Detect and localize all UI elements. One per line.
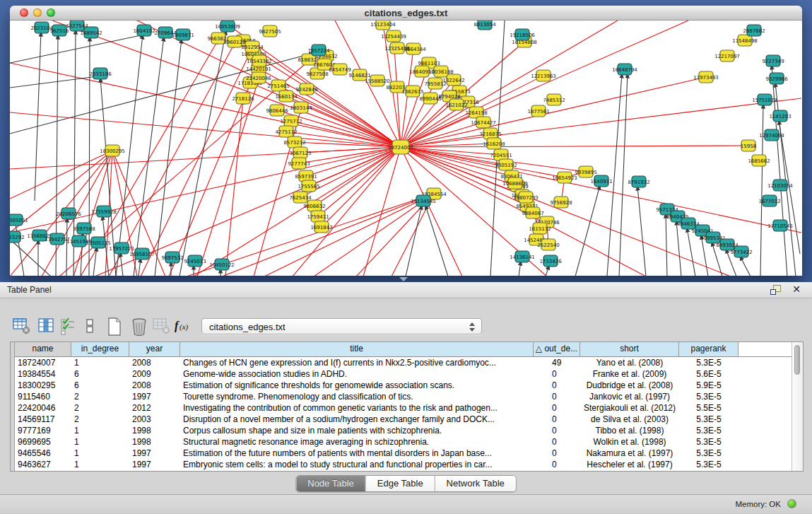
table-row[interactable]: 1456911722003Disruption of a novel membe… (15, 414, 792, 425)
tab-edge-table[interactable]: Edge Table (365, 476, 435, 491)
table-vertical-scrollbar[interactable] (792, 342, 803, 471)
table-cell-name[interactable]: 9465546 (15, 448, 71, 459)
column-header-out_degree[interactable]: △ out_de... (534, 342, 580, 356)
table-row[interactable]: 946554611997Estimation of the future num… (15, 448, 792, 459)
table-cell-year[interactable]: 2008 (129, 357, 180, 368)
network-node[interactable]: 9756928 (550, 197, 572, 208)
table-cell-out_degree[interactable]: 0 (534, 368, 580, 380)
new-column-button[interactable] (104, 315, 125, 337)
table-cell-year[interactable]: 2008 (129, 380, 180, 391)
network-node[interactable]: 8813054 (473, 21, 496, 30)
table-cell-pagerank[interactable]: 5.3E-5 (679, 391, 739, 402)
column-header-name[interactable]: name (15, 342, 71, 356)
table-cell-in_degree[interactable]: 2 (71, 391, 129, 402)
table-cell-in_degree[interactable]: 6 (71, 368, 129, 380)
table-cell-year[interactable]: 2012 (129, 402, 180, 414)
table-cell-short[interactable]: Yano et al. (2008) (580, 357, 679, 368)
network-node[interactable]: 16053809 (215, 21, 240, 32)
table-select-dropdown[interactable]: citations_edges.txt (201, 318, 482, 334)
table-cell-title[interactable]: Estimation of the future numbers of pati… (180, 448, 534, 459)
table-cell-name[interactable]: 14569117 (15, 414, 71, 425)
table-row[interactable]: 911546021997Tourette syndrome. Phenomeno… (15, 391, 792, 402)
table-cell-in_degree[interactable]: 1 (71, 425, 129, 436)
table-cell-short[interactable]: Nakamura et al. (1997) (580, 448, 679, 459)
network-node[interactable]: 9827505 (259, 25, 281, 37)
network-node[interactable]: 1604102 (133, 25, 155, 36)
table-cell-short[interactable]: Stergiakouli et al. (2012) (580, 402, 679, 414)
table-cell-pagerank[interactable]: 5.9E-5 (679, 380, 739, 391)
column-header-year[interactable]: year (129, 342, 180, 356)
table-cell-title[interactable]: Investigating the contribution of common… (180, 402, 534, 414)
table-cell-name[interactable]: 19384554 (15, 368, 71, 380)
network-node[interactable]: 14136141 (510, 251, 535, 262)
table-cell-out_degree[interactable]: 0 (534, 402, 580, 414)
table-cell-short[interactable]: Dudbridge et al. (2008) (580, 380, 679, 391)
table-cell-out_degree[interactable]: 0 (534, 448, 580, 459)
network-node[interactable]: 12213963 (531, 70, 556, 81)
function-builder-button[interactable]: f (x) (173, 315, 194, 337)
table-cell-name[interactable]: 22420046 (15, 402, 71, 414)
table-cell-pagerank[interactable]: 5.3E-5 (679, 414, 739, 425)
table-cell-out_degree[interactable]: 0 (534, 414, 580, 425)
network-node[interactable]: 1141203 (769, 110, 791, 122)
table-row[interactable]: 969969511998Structural magnetic resonanc… (15, 436, 792, 448)
table-cell-short[interactable]: Jankovic et al. (1997) (580, 391, 679, 402)
table-cell-title[interactable]: Corpus callosum shape and size in male p… (180, 425, 534, 436)
table-cell-name[interactable]: 18300295 (15, 380, 71, 391)
network-node[interactable]: 1691847 (310, 221, 332, 233)
column-header-pagerank[interactable]: pagerank (679, 342, 739, 356)
table-cell-title[interactable]: Embryonic stem cells: a model to study s… (180, 459, 534, 470)
table-row[interactable]: 1938455462009Genome-wide association stu… (15, 368, 792, 380)
network-node[interactable]: 9097532 (161, 252, 183, 263)
table-cell-in_degree[interactable]: 2 (71, 402, 129, 414)
network-node[interactable]: 16654923 (552, 172, 577, 183)
table-cell-short[interactable]: Wolkin et al. (1998) (580, 436, 679, 448)
table-cell-name[interactable]: 18724007 (15, 357, 71, 368)
table-cell-in_degree[interactable]: 1 (71, 448, 129, 459)
network-node[interactable]: 1759411 (307, 211, 329, 222)
table-cell-name[interactable]: 9699695 (15, 436, 71, 448)
table-cell-pagerank[interactable]: 5.3E-5 (679, 459, 739, 470)
table-cell-pagerank[interactable]: 5.3E-5 (679, 436, 739, 448)
column-header-in_degree[interactable]: in_degree (71, 342, 129, 356)
network-node[interactable]: 9329966 (765, 73, 788, 84)
network-node[interactable]: 9242848 (295, 83, 317, 95)
network-node[interactable]: 1685662 (748, 155, 770, 166)
table-cell-year[interactable]: 1998 (129, 436, 180, 448)
network-node[interactable]: 9806446 (266, 105, 288, 116)
table-cell-title[interactable]: Disruption of a novel member of a sodium… (180, 414, 534, 425)
selection-mode-button[interactable] (79, 315, 100, 337)
column-header-title[interactable]: title (180, 342, 534, 356)
table-cell-title[interactable]: Changes of HCN gene expression and I(f) … (180, 357, 534, 368)
table-cell-title[interactable]: Tourette syndrome. Phenomenology and cla… (180, 391, 534, 402)
tab-network-table[interactable]: Network Table (435, 476, 516, 491)
table-cell-in_degree[interactable]: 1 (71, 357, 129, 368)
table-cell-in_degree[interactable]: 6 (71, 380, 129, 391)
table-row[interactable]: 1872400712008Changes of HCN gene express… (15, 357, 792, 368)
network-node[interactable]: 1733426 (539, 255, 562, 267)
table-row[interactable]: 946362711997Embryonic stem cells: a mode… (15, 459, 792, 470)
delete-column-button[interactable] (129, 315, 150, 337)
tab-node-table[interactable]: Node Table (296, 476, 365, 491)
column-header-short[interactable]: short (580, 342, 679, 356)
table-cell-name[interactable]: 9777169 (15, 425, 71, 436)
scrollbar-thumb[interactable] (794, 345, 800, 375)
network-node[interactable]: 16648794 (612, 64, 637, 75)
select-all-button[interactable] (58, 315, 79, 337)
network-node[interactable]: 12217097 (714, 50, 740, 62)
network-node[interactable]: 11973493 (693, 71, 719, 83)
table-options-button[interactable] (11, 315, 33, 337)
panel-resize-grip[interactable] (399, 277, 408, 281)
table-cell-in_degree[interactable]: 2 (71, 414, 129, 425)
table-cell-out_degree[interactable]: 49 (534, 357, 580, 368)
table-cell-out_degree[interactable]: 0 (534, 425, 580, 436)
table-cell-name[interactable]: 9115460 (15, 391, 71, 402)
float-panel-button[interactable] (770, 285, 781, 295)
network-node[interactable]: 9133292 (10, 231, 25, 243)
network-node[interactable]: 17710543 (767, 220, 793, 231)
table-cell-out_degree[interactable]: 0 (534, 436, 580, 448)
network-node[interactable]: 7485312 (543, 94, 565, 105)
network-canvas[interactable]: 1872400718300295193845541222605818604120… (10, 21, 802, 276)
network-node[interactable]: 1640911 (590, 175, 612, 187)
table-cell-year[interactable]: 2009 (129, 368, 180, 380)
